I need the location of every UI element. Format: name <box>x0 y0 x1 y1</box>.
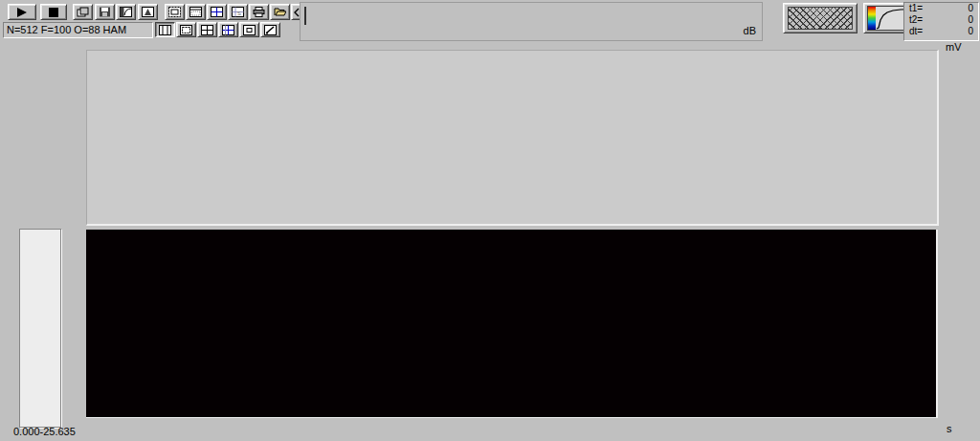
dt-label: dt= <box>909 26 923 37</box>
transfer-curve-button[interactable] <box>116 4 136 20</box>
edit-notes-icon <box>264 25 277 35</box>
time-cursor-panel: t1= 0 t2= 0 dt= 0 <box>903 2 979 41</box>
grid-settings-icon: s <box>232 7 244 17</box>
view-columns-button[interactable] <box>155 22 175 37</box>
grid-button[interactable] <box>207 4 227 20</box>
view-grid-alt-icon <box>222 25 234 35</box>
svg-text:s: s <box>237 9 241 17</box>
dt-value: 0 <box>968 26 973 37</box>
spectrogram-plot[interactable] <box>86 230 938 418</box>
print-icon <box>253 7 265 17</box>
analysis-settings-field[interactable]: N=512 F=100 O=88 HAM <box>3 22 153 38</box>
stop-icon <box>48 7 59 18</box>
window-layout-b-icon <box>189 7 202 17</box>
play-icon <box>15 7 29 18</box>
peak-display-button[interactable] <box>138 4 158 20</box>
window-layout-a-button[interactable] <box>165 4 185 20</box>
t2-value: 0 <box>968 14 973 26</box>
average-spectrum-panel[interactable] <box>19 229 61 428</box>
waveform-plot[interactable] <box>86 50 939 226</box>
view-frame-button[interactable] <box>176 22 196 37</box>
open-folder-icon <box>274 7 286 17</box>
t1-value: 0 <box>968 3 973 14</box>
t2-row: t2= 0 <box>904 14 978 26</box>
save-button[interactable] <box>95 4 115 20</box>
edit-notes-button[interactable] <box>260 22 280 37</box>
spectrogram-analyzer-window: s N=512 F=100 O=88 HAM <box>0 0 980 441</box>
window-layout-a-icon <box>168 7 181 17</box>
view-frame-icon <box>180 25 192 35</box>
t1-row: t1= 0 <box>904 3 978 14</box>
copy-window-icon <box>77 7 89 17</box>
print-button[interactable] <box>249 4 269 20</box>
waveform-unit-label: mV <box>946 42 962 53</box>
colorbar-unit-label: dB <box>744 25 756 36</box>
view-grid-button[interactable] <box>197 22 217 37</box>
stop-button[interactable] <box>40 4 67 20</box>
spectrogram-unit-label: s <box>947 424 952 434</box>
save-icon <box>99 7 111 17</box>
db-colorbar: dB <box>300 2 763 41</box>
t1-label: t1= <box>909 3 923 14</box>
play-button[interactable] <box>8 4 36 20</box>
view-grid-alt-button[interactable] <box>218 22 238 37</box>
open-button[interactable] <box>270 4 290 20</box>
time-range-label: 0.000-25.635 <box>13 427 76 437</box>
peak-icon <box>142 7 154 17</box>
view-columns-icon <box>159 25 171 35</box>
window-layout-b-button[interactable] <box>186 4 206 20</box>
view-inner-window-icon <box>243 25 256 35</box>
copy-window-button[interactable] <box>73 4 93 20</box>
t2-label: t2= <box>909 14 923 26</box>
view-inner-window-button[interactable] <box>239 22 259 37</box>
crosshatch-pattern-button[interactable] <box>783 3 858 33</box>
grid-icon <box>211 7 223 17</box>
colorbar-swatches <box>304 7 306 25</box>
transfer-curve-icon <box>120 7 132 17</box>
view-grid-icon <box>201 25 213 35</box>
grid-settings-button[interactable]: s <box>228 4 248 20</box>
crosshatch-icon <box>788 7 853 30</box>
dt-row: dt= 0 <box>904 26 978 37</box>
